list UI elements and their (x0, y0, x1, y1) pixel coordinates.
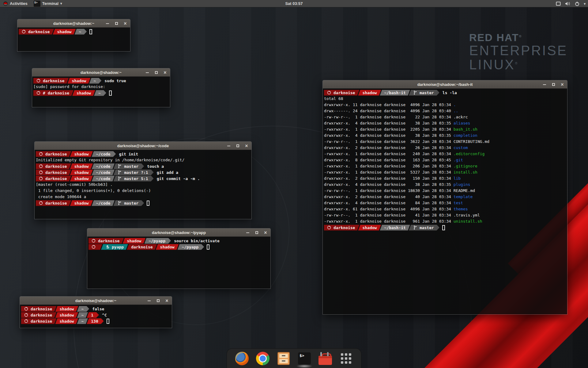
dock-item-files[interactable] (277, 351, 291, 366)
close-button[interactable]: × (264, 231, 267, 235)
dock-item-toolbox[interactable] (318, 351, 332, 366)
terminal-line: darknoiseshadow~/codemaster ?:1git add a (36, 169, 250, 175)
registered-mark: ® (519, 34, 522, 38)
git-branch-icon (118, 170, 122, 174)
dock-item-chrome[interactable] (256, 351, 270, 366)
window-titlebar[interactable]: darknoise@shadow:~/code × (35, 142, 251, 150)
ls-filename: .gitignore (454, 164, 477, 168)
close-button[interactable]: × (560, 83, 564, 86)
prompt-swirl-icon (22, 29, 26, 34)
activities-button[interactable]: Activities (0, 0, 31, 7)
minimize-button[interactable] (106, 22, 109, 25)
terminal-body[interactable]: darknoiseshadow~ (17, 28, 130, 51)
minimize-button[interactable] (147, 299, 151, 303)
prompt-segment-label: ~ (81, 319, 84, 324)
terminal-body[interactable]: darknoiseshadow~/pyappsource bin/activat… (87, 237, 270, 289)
window-titlebar[interactable]: darknoise@shadow:~/bash-it × (323, 80, 567, 89)
prompt-segment-label: shadow (74, 152, 89, 156)
minimize-button[interactable] (246, 231, 250, 235)
terminal-line: darknoiseshadow~/codegit init (36, 151, 250, 157)
window-titlebar[interactable]: darknoise@shadow:~ × (20, 297, 172, 305)
prompt-segment-label: master (124, 164, 138, 169)
window-title: darknoise@shadow:~ (75, 298, 116, 303)
maximize-button[interactable] (236, 144, 239, 148)
window-titlebar[interactable]: darknoise@shadow:~ × (17, 19, 130, 28)
clock[interactable]: Sat 03:57 (285, 1, 303, 6)
prompt-segment: ~ (77, 318, 88, 324)
prompt-segment-label: ~/pyapp (182, 245, 199, 249)
terminal-line: darknoiseshadow~ (19, 29, 129, 35)
prompt-segment-label: shadow (74, 164, 89, 169)
typed-command: git init (116, 152, 138, 156)
prompt-segment: shadow (358, 90, 381, 96)
minimize-button[interactable] (543, 83, 546, 86)
prompt-segment-label: darknoise (31, 307, 52, 311)
window-title: darknoise@shadow:~/bash-it (417, 82, 473, 87)
prompt-segment-label: ~ (98, 91, 101, 95)
prompt-segment: shadow (70, 151, 93, 157)
terminal-body[interactable]: darknoiseshadow~sudo true[sudo] password… (32, 77, 170, 107)
output-text: create mode 100644 a (36, 194, 86, 199)
minimize-button[interactable] (145, 71, 149, 75)
prompt-segment: darknoise (36, 200, 71, 206)
prompt-segment: shadow (55, 318, 78, 324)
terminal-body[interactable]: darknoiseshadow~/codegit initInitialized… (35, 150, 251, 219)
prompt-segment-label: master (124, 201, 138, 205)
terminal-line: [sudo] password for darknoise: (33, 84, 169, 90)
firefox-icon (235, 352, 249, 365)
maximize-button[interactable] (115, 22, 118, 25)
output-text: 1 file changed, 0 insertions(+), 0 delet… (36, 188, 151, 193)
display-icon (556, 2, 561, 6)
prompt-segment-label: ~/bash-it (384, 225, 405, 230)
prompt-segment-label: shadow (127, 239, 141, 243)
terminal-line: drwx------. 24 darknoise darknoise 4096 … (324, 108, 566, 114)
prompt-segment: pyapp (101, 244, 128, 250)
maximize-button[interactable] (154, 71, 158, 75)
prompt-segment: ~/code (92, 176, 115, 182)
maximize-button[interactable] (255, 231, 258, 235)
prompt-segment-label: ~/bash-it (384, 90, 405, 95)
ls-filename: plugins (454, 182, 470, 187)
app-menu-terminal[interactable]: $> Terminal ▾ (31, 0, 65, 7)
ls-filename: install.sh (454, 170, 477, 174)
maximize-button[interactable] (552, 83, 555, 86)
dock-item-appgrid[interactable] (339, 351, 353, 366)
git-branch-icon (413, 225, 417, 230)
dock-item-firefox[interactable] (235, 351, 249, 366)
prompt-segment: darknoise (36, 151, 71, 157)
powerline-prompt: darknoiseshadow~ (33, 78, 101, 84)
close-button[interactable]: × (245, 144, 248, 148)
terminal-line: darknoiseshadow~/pyappsource bin/activat… (89, 238, 269, 244)
prompt-segment: darknoise (127, 244, 157, 250)
terminal-body[interactable]: darknoiseshadow~/bash-itmasterls -latota… (323, 89, 567, 314)
gnome-top-bar: Activities $> Terminal ▾ Sat 03:57 ▾ (0, 0, 588, 7)
output-text: drwxrwxr-x. 8 darknoise darknoise 163 Ja… (324, 158, 454, 162)
dock-item-terminal[interactable]: $> (297, 351, 311, 366)
window-titlebar[interactable]: darknoise@shadow:~ × (32, 68, 170, 77)
toolbox-icon (318, 356, 332, 365)
minimize-button[interactable] (227, 144, 231, 148)
terminal-body[interactable]: darknoiseshadow~falsedarknoiseshadow~1^C… (20, 305, 172, 328)
prompt-segment-label: ~/code (96, 170, 110, 175)
terminal-window: darknoise@shadow:~ × darknoiseshadow~ (17, 19, 130, 52)
terminal-line: darknoiseshadow~130 (21, 318, 171, 324)
system-status-area[interactable]: ▾ (556, 0, 586, 7)
powerline-prompt: pyappdarknoiseshadow~/pyapp (89, 244, 204, 250)
output-text: drwxrwxr-x. 4 darknoise darknoise 38 Jan… (324, 133, 454, 138)
close-button[interactable]: × (165, 299, 169, 303)
close-button[interactable]: × (123, 22, 127, 25)
output-text: drwxrwxr-x. 61 darknoise darknoise 4096 … (324, 207, 454, 211)
terminal-line: 1 file changed, 0 insertions(+), 0 delet… (36, 188, 250, 194)
prompt-segment-label: darknoise (28, 29, 50, 34)
output-text: drwxrwxr-x. 2 darknoise darknoise 40 Jan… (324, 194, 454, 199)
prompt-segment: darknoise (19, 29, 54, 35)
prompt-segment-label: shadow (59, 313, 74, 317)
output-text: -rw-rw-r--. 1 darknoise darknoise 22 Jan… (324, 115, 454, 119)
maximize-button[interactable] (156, 299, 160, 303)
terminal-cursor (207, 244, 209, 250)
prompt-segment-label: ~/pyapp (149, 239, 165, 243)
window-titlebar[interactable]: darknoise@shadow:~/pyapp × (87, 228, 270, 237)
prompt-swirl-icon (327, 90, 331, 95)
prompt-segment: shadow (53, 29, 76, 35)
close-button[interactable]: × (163, 71, 167, 75)
